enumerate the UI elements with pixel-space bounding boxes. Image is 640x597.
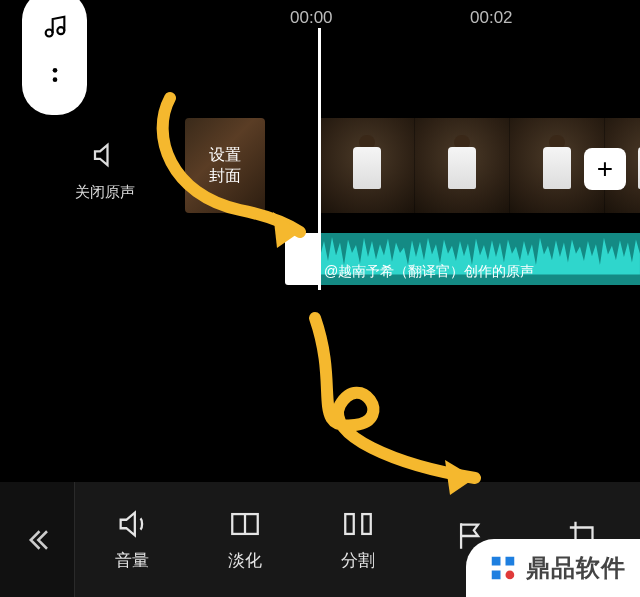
plus-icon: + [597,153,613,185]
chevron-left-icon [22,525,52,555]
annotation-arrow-2 [300,310,520,495]
split-tool[interactable]: 分割 [318,507,398,572]
back-button[interactable] [0,482,75,597]
svg-point-13 [506,571,515,580]
set-cover-button[interactable]: 设置 封面 [185,118,265,213]
svg-rect-11 [506,557,515,566]
audio-label: @越南予希（翻译官）创作的原声 [324,263,534,281]
playhead[interactable] [318,28,321,290]
volume-icon [115,507,149,541]
side-menu-pill [22,0,87,115]
mute-label: 关闭原声 [75,183,135,202]
mute-original-button[interactable]: 关闭原声 [75,140,135,202]
watermark-text: 鼎品软件 [526,552,626,584]
video-frame [415,118,510,213]
split-icon [341,507,375,541]
svg-rect-10 [492,557,501,566]
svg-point-3 [52,77,57,82]
fade-label: 淡化 [228,549,262,572]
fade-tool[interactable]: 淡化 [205,507,285,572]
audio-track[interactable]: @越南予希（翻译官）创作的原声 [285,233,640,285]
svg-rect-12 [492,571,501,580]
svg-point-2 [52,68,57,73]
cover-label: 设置 封面 [209,145,241,187]
volume-label: 音量 [115,549,149,572]
more-icon[interactable] [41,61,69,93]
music-icon[interactable] [41,12,69,44]
timestamp-mark: 00:02 [470,8,513,28]
fade-icon [228,507,262,541]
svg-rect-8 [345,514,354,534]
video-frame [320,118,415,213]
split-label: 分割 [341,549,375,572]
svg-rect-9 [362,514,371,534]
add-clip-button[interactable]: + [584,148,626,190]
watermark: 鼎品软件 [466,539,640,597]
audio-clip: @越南予希（翻译官）创作的原声 [320,233,640,285]
volume-tool[interactable]: 音量 [92,507,172,572]
speaker-icon [75,140,135,177]
timestamp-start: 00:00 [290,8,333,28]
watermark-logo-icon [488,553,518,583]
